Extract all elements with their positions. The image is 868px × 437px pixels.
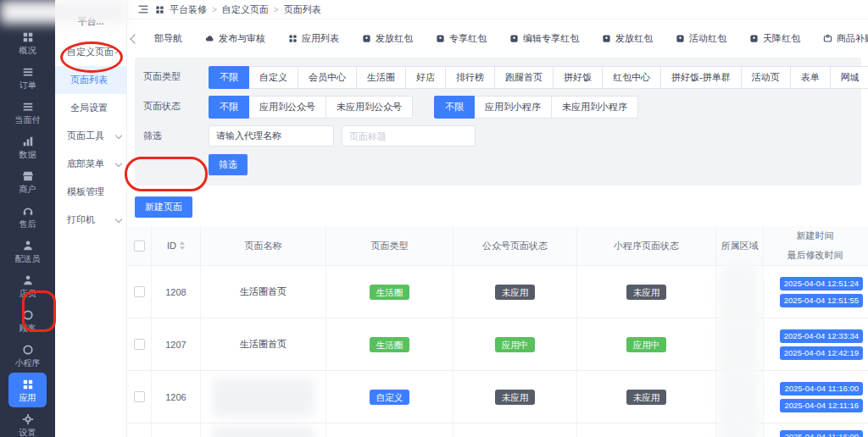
col-page-type: 页面类型 — [326, 226, 453, 265]
sidebar-item-face-pay[interactable]: 当面付 — [0, 95, 55, 130]
customer-icon — [22, 309, 34, 321]
settings-icon — [22, 413, 34, 425]
chip-custom[interactable]: 自定义 — [248, 66, 298, 89]
table-row: 1206 自定义 未应用 未应用 2025-04-04 11:16:002025… — [128, 371, 868, 423]
page-tabs-bar: 部导航 发布与审核 应用列表 发放红包 专享红包 编辑专享红包 发放红包 活动红… — [128, 19, 868, 58]
col-time: 新建时间最后修改时间 — [764, 226, 868, 265]
chip-not-applied-official[interactable]: 未应用到公众号 — [326, 96, 413, 119]
sidebar-item-clerk[interactable]: 店员 — [0, 268, 55, 303]
chip-good-shop[interactable]: 好店 — [405, 66, 446, 89]
submenu-item-bottom-menu[interactable]: 底部菜单 — [55, 150, 126, 178]
chip-activity-page[interactable]: 活动页 — [741, 66, 791, 89]
page-type-options: 不限 自定义 会员中心 生活圈 好店 排行榜 跑腿首页 拼好饭 红包中心 拼好饭… — [209, 66, 868, 89]
sidebar-item-customer[interactable]: 顾客 — [0, 303, 55, 338]
sidebar-item-orders[interactable]: 订单 — [0, 60, 55, 95]
main-content: 平台装修 > 自定义页面 > 页面列表 部导航 发布与审核 应用列表 发放红包 … — [128, 0, 868, 437]
agent-name-input[interactable] — [209, 125, 334, 147]
red-packet-icon — [436, 34, 445, 43]
chip-pinhaofan-group[interactable]: 拼好饭-拼单群 — [660, 66, 742, 89]
primary-sidebar: 概况 订单 当面付 数据 商户 售后 配送员 店员 顾客 小程序 应用 设置 权… — [0, 0, 55, 437]
sidebar-item-apps[interactable]: 应用 — [8, 373, 47, 407]
chip-errand-home[interactable]: 跑腿首页 — [494, 66, 554, 89]
chip-red-packet-center[interactable]: 红包中心 — [602, 66, 661, 89]
chip-form[interactable]: 表单 — [790, 66, 831, 89]
filter-label-page-status: 页面状态 — [143, 96, 209, 113]
courier-icon — [22, 240, 34, 252]
official-status-badge: 未应用 — [495, 390, 536, 405]
updated-time-badge: 2025-04-04 12:42:19 — [780, 346, 863, 360]
select-all-checkbox[interactable] — [134, 241, 145, 252]
sidebar-item-settings[interactable]: 设置 — [0, 407, 55, 437]
chip-pinhaofan[interactable]: 拼好饭 — [553, 66, 603, 89]
mini-program-icon — [22, 344, 34, 356]
filter-submit-button[interactable]: 筛选 — [209, 154, 248, 175]
new-page-button[interactable]: 新建页面 — [135, 196, 192, 218]
chip-unlimited[interactable]: 不限 — [209, 66, 249, 89]
chip-mini-unlimited[interactable]: 不限 — [434, 96, 475, 119]
table-row: 1208 生活圈首页 生活圈 未应用 未应用 2025-04-04 12:51:… — [128, 266, 868, 318]
tab-goods-subsidy[interactable]: 商品补贴策略 — [823, 32, 868, 45]
breadcrumb-item[interactable]: 页面列表 — [284, 3, 321, 16]
collapse-menu-icon[interactable] — [138, 4, 148, 14]
tab-send-red-packet[interactable]: 发放红包 — [362, 32, 413, 45]
row-id: 1207 — [152, 318, 201, 370]
submenu-item-template-manage[interactable]: 模板管理 — [55, 178, 126, 206]
decorate-grid-icon — [155, 5, 164, 14]
row-checkbox[interactable] — [134, 339, 145, 350]
filter-label-page-type: 页面类型 — [143, 66, 209, 83]
sidebar-item-data[interactable]: 数据 — [0, 130, 55, 164]
row-id: 1208 — [152, 266, 201, 318]
bar-chart-icon — [22, 136, 34, 147]
page-type-badge: 生活圈 — [370, 285, 410, 300]
sidebar-item-overview[interactable]: 概况 — [0, 25, 55, 60]
region-blurred — [720, 263, 760, 322]
row-checkbox[interactable] — [134, 391, 145, 402]
col-id[interactable]: ID — [152, 226, 201, 265]
submenu-item-custom-pages[interactable]: 自定义页面 — [55, 38, 126, 66]
official-status-badge: 应用中 — [495, 337, 536, 352]
chip-not-applied-mini[interactable]: 未应用到小程序 — [551, 96, 638, 119]
chip-ranking[interactable]: 排行榜 — [445, 66, 495, 89]
filter-label-search: 筛选 — [143, 125, 209, 142]
tab-app-list[interactable]: 应用列表 — [288, 32, 339, 45]
breadcrumb-separator: > — [212, 5, 217, 14]
tab-nav[interactable]: 部导航 — [154, 32, 182, 45]
face-pay-icon — [22, 101, 34, 113]
chip-applied-official[interactable]: 应用到公众号 — [248, 96, 326, 119]
table-row: 1207 生活圈首页 生活圈 应用中 应用中 2025-04-04 12:33:… — [128, 318, 868, 371]
breadcrumb-item[interactable]: 自定义页面 — [222, 3, 269, 16]
tab-publish-review[interactable]: 发布与审核 — [205, 32, 265, 45]
sidebar-item-courier[interactable]: 配送员 — [0, 234, 55, 268]
tab-send-red-packet-2[interactable]: 发放红包 — [602, 32, 653, 45]
tab-edit-exclusive-red-packet[interactable]: 编辑专享红包 — [509, 32, 579, 45]
chip-applied-mini[interactable]: 应用到小程序 — [474, 96, 552, 119]
red-packet-icon — [602, 34, 611, 43]
row-checkbox[interactable] — [134, 286, 145, 297]
submenu-item-page-list[interactable]: 页面列表 — [55, 66, 126, 94]
submenu-item-page-tools[interactable]: 页面工具 — [55, 122, 126, 150]
breadcrumb-item[interactable]: 平台装修 — [170, 3, 207, 16]
submenu-item-global-settings[interactable]: 全局设置 — [55, 94, 126, 122]
apps-icon — [22, 379, 34, 390]
chip-official-unlimited[interactable]: 不限 — [209, 96, 249, 119]
region-blurred — [720, 315, 760, 374]
page-name: 生活圈首页 — [201, 318, 326, 370]
chip-mall[interactable]: 网城 — [830, 66, 868, 89]
tab-activity-red-packet[interactable]: 活动红包 — [676, 32, 726, 45]
col-mini-status: 小程序页面状态 — [577, 226, 716, 265]
row-id: 1205 — [152, 423, 201, 437]
sidebar-item-after-sale[interactable]: 售后 — [0, 199, 55, 234]
created-time-badge: 2025-04-04 12:33:34 — [780, 329, 863, 343]
chip-member-center[interactable]: 会员中心 — [298, 66, 357, 89]
submenu-item-printer[interactable]: 打印机 — [55, 206, 126, 234]
tabs-scroll-left-icon[interactable] — [130, 34, 139, 43]
sidebar-item-merchant[interactable]: 商户 — [0, 164, 55, 199]
chevron-down-icon — [115, 159, 122, 166]
sidebar-item-mini-program[interactable]: 小程序 — [0, 338, 55, 373]
sort-icon[interactable] — [180, 241, 185, 250]
chip-life-circle[interactable]: 生活圈 — [356, 66, 406, 89]
page-title-input[interactable] — [342, 125, 476, 147]
tab-exclusive-red-packet[interactable]: 专享红包 — [436, 32, 487, 45]
breadcrumb-bar: 平台装修 > 自定义页面 > 页面列表 — [128, 0, 868, 19]
tab-sky-red-packet[interactable]: 天降红包 — [749, 32, 800, 45]
